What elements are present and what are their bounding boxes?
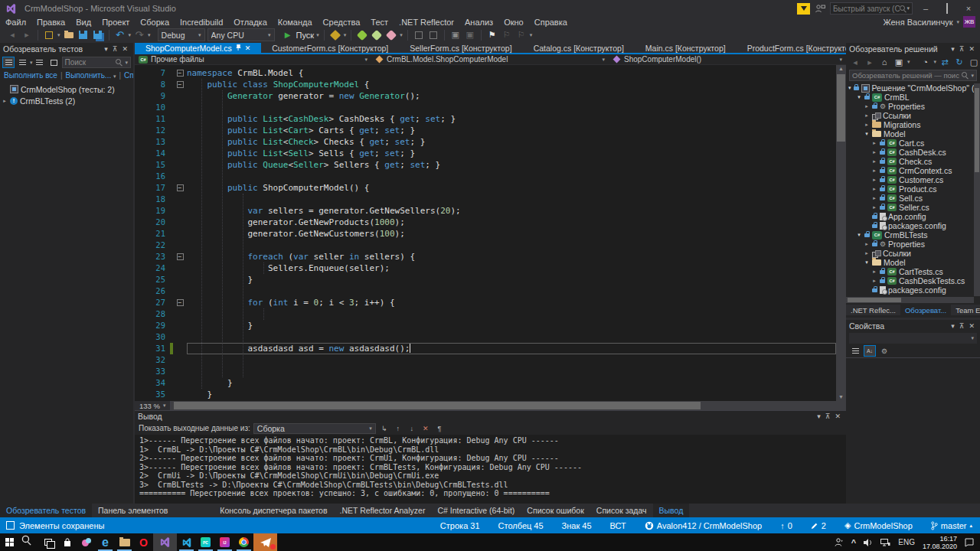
tree-item-8[interactable]: ▸C#Check.cs: [846, 157, 974, 166]
tree-item-19[interactable]: ▾Model: [846, 258, 974, 267]
code-line-8[interactable]: 8− public class ShopComputerModel {: [135, 79, 836, 90]
categorized-icon[interactable]: [849, 345, 861, 357]
status-segment-0[interactable]: Строка 31: [440, 521, 480, 530]
test-item-0[interactable]: CrmModelShop (тесты: 2): [2, 83, 132, 95]
status-segment-6[interactable]: 2: [811, 521, 826, 530]
expanded-arrow-icon[interactable]: ▾: [856, 232, 862, 238]
network-icon[interactable]: [880, 539, 890, 546]
tree-item-0[interactable]: ▾Решение "CrmModelShop" (проектов: 2): [846, 83, 974, 93]
close-icon[interactable]: ✕: [832, 412, 843, 420]
user-name[interactable]: Женя Василинчук: [883, 18, 952, 27]
next-message-icon[interactable]: ↓: [407, 423, 417, 433]
panel-menu-chevron-icon[interactable]: ▾: [815, 412, 823, 420]
output-source-select[interactable]: Сборка▾: [253, 423, 376, 434]
bottom-tab-left-1[interactable]: Панель элементов: [92, 504, 174, 517]
expanded-arrow-icon[interactable]: ▾: [856, 94, 862, 100]
sync-icon[interactable]: ⇄: [939, 56, 951, 68]
pending-changes-icon[interactable]: ◔: [920, 56, 932, 68]
editor-tab-1[interactable]: CustomerForm.cs [Конструктор]: [261, 43, 399, 53]
undo-icon[interactable]: ↶: [114, 29, 126, 41]
menu-item-5[interactable]: Incredibuild: [175, 18, 228, 27]
incredibuild-stop-icon[interactable]: [385, 29, 397, 41]
code-line-9[interactable]: 9 Generator generator = new Generator();: [135, 90, 836, 102]
outline-icon[interactable]: [16, 57, 28, 68]
editor-tab-0[interactable]: ShopComputerModel.cs✕: [135, 43, 261, 53]
close-button[interactable]: ×: [960, 2, 977, 15]
tree-item-14[interactable]: App.config: [846, 212, 974, 221]
clear-all-icon[interactable]: ✕: [420, 423, 431, 433]
fold-margin[interactable]: −: [173, 251, 187, 262]
code-line-33[interactable]: 33: [135, 366, 836, 377]
tree-item-12[interactable]: ▸C#Sell.cs: [846, 194, 974, 203]
collapsed-arrow-icon[interactable]: ▸: [864, 122, 870, 128]
menu-item-10[interactable]: .NET Reflector: [394, 18, 459, 27]
tree-item-15[interactable]: packages.config: [846, 221, 974, 230]
pin-icon[interactable]: [236, 44, 241, 51]
dock-tab-2[interactable]: Team Explo...: [951, 305, 980, 315]
collapsed-arrow-icon[interactable]: ▸: [871, 177, 877, 183]
status-segment-2[interactable]: Знак 45: [562, 521, 592, 530]
status-segment-5[interactable]: ↑0: [780, 521, 792, 530]
find-symbol-icon[interactable]: [427, 29, 439, 41]
back-icon[interactable]: ◂: [849, 56, 861, 68]
collapsed-arrow-icon[interactable]: ▸: [871, 186, 877, 192]
taskbar-visual-studio[interactable]: [153, 533, 177, 551]
minimize-button[interactable]: –: [917, 2, 934, 15]
status-segment-1[interactable]: Столбец 45: [498, 521, 544, 530]
user-chevron-icon[interactable]: ▾: [956, 19, 959, 25]
tree-item-4[interactable]: ▸Migrations: [846, 120, 974, 129]
menu-item-13[interactable]: Справка: [529, 18, 573, 27]
taskbar-telegram[interactable]: [253, 533, 277, 551]
group-by-icon[interactable]: [2, 57, 15, 68]
tree-item-11[interactable]: ▸C#Product.cs: [846, 184, 974, 194]
pin-icon[interactable]: ⊼: [957, 322, 967, 330]
bookmark-icon[interactable]: ⚑: [486, 29, 498, 41]
code-line-23[interactable]: 23− foreach (var seller in sellers) {: [135, 251, 836, 262]
menu-item-7[interactable]: Команда: [273, 18, 318, 27]
expanded-arrow-icon[interactable]: ▾: [864, 131, 870, 137]
editor-horizontal-scrollbar[interactable]: [171, 401, 846, 410]
tree-item-18[interactable]: ▸Ссылки: [846, 249, 974, 258]
word-wrap-icon[interactable]: ¶: [434, 423, 445, 433]
code-line-15[interactable]: 15 public Queue<Seller> Sellers { get; s…: [135, 159, 836, 171]
fold-margin[interactable]: −: [173, 297, 187, 308]
nav-project-select[interactable]: C# Прочие файлы▾: [135, 54, 371, 64]
collapsed-arrow-icon[interactable]: ▸: [871, 269, 877, 275]
menu-item-0[interactable]: Файл: [0, 18, 31, 27]
test-link-1[interactable]: Выполнить... ▾: [66, 71, 116, 80]
code-line-29[interactable]: 29 }: [135, 320, 836, 331]
collapsed-arrow-icon[interactable]: ▸: [871, 158, 877, 165]
code-line-14[interactable]: 14 public List<Sell> Sells { get; set; }: [135, 148, 836, 159]
next-bookmark-icon[interactable]: ⚐: [515, 29, 528, 41]
code-line-19[interactable]: 19 var sellers = generator.GetNewSellers…: [135, 205, 836, 217]
panel-menu-chevron-icon[interactable]: ▾: [102, 45, 110, 53]
menu-item-4[interactable]: Сборка: [135, 18, 175, 27]
status-segment-3[interactable]: ВСТ: [610, 521, 626, 530]
tree-item-21[interactable]: ▸C#CashDeskTests.cs: [846, 276, 974, 285]
taskbar-search[interactable]: [19, 533, 38, 551]
test-search-input[interactable]: Поиск ▾: [62, 57, 131, 68]
collapsed-arrow-icon[interactable]: ▸: [871, 195, 877, 201]
code-line-25[interactable]: 25 }: [135, 274, 836, 285]
menu-item-2[interactable]: Вид: [70, 18, 96, 27]
collapsed-arrow-icon[interactable]: ▸: [871, 149, 877, 155]
taskbar-explorer[interactable]: [115, 533, 134, 551]
editor-tab-3[interactable]: Catalog.cs [Конструктор]: [523, 43, 635, 53]
tree-item-9[interactable]: ▸C#CrmContext.cs: [846, 166, 974, 175]
collapsed-arrow-icon[interactable]: ▸: [2, 98, 8, 104]
tree-item-7[interactable]: ▸C#CashDesk.cs: [846, 148, 974, 157]
collapsed-arrow-icon[interactable]: ▸: [871, 204, 877, 210]
attach-icon[interactable]: [329, 29, 341, 41]
dock-tab-0[interactable]: .NET Reflec...: [846, 305, 900, 315]
expanded-arrow-icon[interactable]: ▾: [864, 259, 870, 266]
taskbar-opera[interactable]: O: [134, 533, 153, 551]
tree-item-6[interactable]: ▸C#Cart.cs: [846, 139, 974, 148]
find-in-files-icon[interactable]: [413, 29, 425, 41]
close-icon[interactable]: ✕: [119, 45, 130, 53]
code-line-21[interactable]: 21 generator.GetNewCustomers(100);: [135, 228, 836, 240]
pin-icon[interactable]: ⊼: [823, 412, 833, 420]
prev-message-icon[interactable]: ↑: [393, 423, 403, 433]
code-line-22[interactable]: 22: [135, 240, 836, 251]
code-line-28[interactable]: 28: [135, 308, 836, 320]
code-line-12[interactable]: 12 public List<Cart> Carts { get; set; }: [135, 125, 836, 136]
